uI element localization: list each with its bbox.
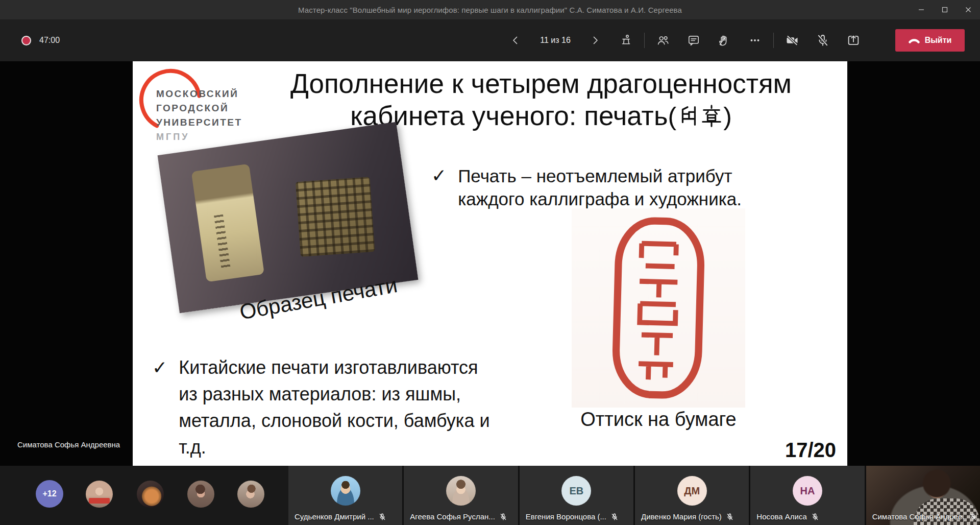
minimize-icon xyxy=(918,7,924,13)
participant-tile[interactable]: НА Носова Алиса xyxy=(750,466,864,525)
participant-avatar[interactable] xyxy=(237,481,264,508)
tile-label: Агеева Софья Руслан... xyxy=(410,512,507,521)
meeting-timer: 47:00 xyxy=(39,36,60,45)
participants-strip: +12 Судьенков Дмитрий ... Агеева Софья Р… xyxy=(0,466,980,525)
mic-off-icon xyxy=(816,33,830,47)
red-seal-imprint-icon xyxy=(607,215,709,401)
camera-off-icon xyxy=(785,33,799,47)
presenter-name-label: Симатова Софья Андреевна xyxy=(17,440,120,449)
close-button[interactable] xyxy=(957,0,980,19)
tile-label: Симатова Софья Андрее... xyxy=(872,512,977,521)
avatar xyxy=(446,476,476,506)
participant-tile[interactable]: Агеева Софья Руслан... xyxy=(404,466,518,525)
raised-hand-icon xyxy=(718,34,731,47)
presentation-stage: Симатова Софья Андреевна МОСКОВСКИЙ ГОРО… xyxy=(0,61,980,466)
chevron-left-icon xyxy=(509,34,522,46)
window-title: Мастер-класс "Волшебный мир иероглифов: … xyxy=(298,6,682,14)
share-screen-icon xyxy=(846,33,861,47)
slide-title-line-2-text: кабинета ученого: печать xyxy=(350,101,668,131)
seal-imprint-image xyxy=(572,208,745,408)
paren-close: ) xyxy=(723,102,732,131)
participant-name: Дивенко Мария (гость) xyxy=(641,512,722,521)
participant-avatar[interactable] xyxy=(187,481,214,508)
participant-tiles: Судьенков Дмитрий ... Агеева Софья Русла… xyxy=(288,466,980,525)
teams-meeting-window: Мастер-класс "Волшебный мир иероглифов: … xyxy=(0,0,980,525)
meeting-toolbar: 47:00 11 из 16 xyxy=(0,19,980,61)
logo-line-1: МОСКОВСКИЙ xyxy=(156,87,242,101)
imprint-caption: Оттиск на бумаге xyxy=(572,409,745,431)
avatar-initials: ДМ xyxy=(677,476,707,506)
participant-avatar[interactable] xyxy=(86,481,113,508)
next-slide-button[interactable] xyxy=(580,26,610,55)
participant-avatar[interactable] xyxy=(137,481,164,508)
logo-text: МОСКОВСКИЙ ГОРОДСКОЙ УНИВЕРСИТЕТ МГПУ xyxy=(156,87,242,144)
minimize-button[interactable] xyxy=(910,0,933,19)
raise-hand-button[interactable] xyxy=(709,26,740,55)
slide-page-number: 17/20 xyxy=(785,439,836,462)
toolbar-separator xyxy=(773,33,774,48)
presenter-badge xyxy=(89,498,110,504)
paren-open: ( xyxy=(668,102,677,131)
maximize-button[interactable] xyxy=(933,0,957,19)
presenter-mode-button[interactable] xyxy=(610,26,641,55)
chevron-right-icon xyxy=(589,34,601,46)
checkmark-icon: ✓ xyxy=(431,164,447,210)
more-options-button[interactable] xyxy=(740,26,770,55)
slide-title: Дополнение к четырем драгоценностям каби… xyxy=(242,67,840,133)
bullet-text: Китайские печати изготавливаются из разн… xyxy=(179,354,500,461)
cjk-character-zhang-icon xyxy=(700,104,723,128)
mic-muted-icon xyxy=(969,513,977,521)
participant-video-tile[interactable]: Симатова Софья Андрее... xyxy=(866,466,980,525)
toolbar-separator xyxy=(644,33,645,48)
chat-icon xyxy=(687,34,700,47)
people-icon xyxy=(656,34,670,47)
participant-name: Агеева Софья Руслан... xyxy=(410,512,495,521)
cjk-character-yin-icon xyxy=(676,104,700,128)
carved-seal-stone xyxy=(191,163,264,282)
participant-tile[interactable]: Судьенков Дмитрий ... xyxy=(288,466,402,525)
bullet-seal-attribute: ✓ Печать – неотъемлемый атрибут каждого … xyxy=(431,164,789,210)
camera-toggle-button[interactable] xyxy=(777,26,807,55)
logo-line-2: ГОРОДСКОЙ xyxy=(156,101,242,115)
show-participants-button[interactable] xyxy=(648,26,678,55)
maximize-icon xyxy=(942,7,948,13)
mic-muted-icon xyxy=(726,513,734,521)
show-chat-button[interactable] xyxy=(678,26,709,55)
slide-title-line-1: Дополнение к четырем драгоценностям xyxy=(242,67,840,100)
leave-button-label: Выйти xyxy=(925,36,952,45)
participant-name: Судьенков Дмитрий ... xyxy=(295,512,374,521)
participant-tile[interactable]: ДМ Дивенко Мария (гость) xyxy=(635,466,749,525)
tile-label: Дивенко Мария (гость) xyxy=(641,512,734,521)
checkmark-icon: ✓ xyxy=(152,354,167,461)
bullet-text: Печать – неотъемлемый атрибут каждого ка… xyxy=(458,164,785,210)
window-controls xyxy=(910,0,980,19)
logo-line-4: МГПУ xyxy=(156,130,242,144)
tile-label: Судьенков Дмитрий ... xyxy=(295,512,386,521)
mic-muted-icon xyxy=(811,513,819,521)
microphone-toggle-button[interactable] xyxy=(807,26,838,55)
leave-meeting-button[interactable]: Выйти xyxy=(895,29,965,52)
share-screen-button[interactable] xyxy=(838,26,869,55)
participant-name: Носова Алиса xyxy=(756,512,806,521)
avatar xyxy=(331,476,360,506)
tile-label: Евгения Воронцова (... xyxy=(526,512,619,521)
more-participants-badge[interactable]: +12 xyxy=(36,480,63,508)
toolbar-center-controls: 11 из 16 xyxy=(500,19,869,61)
tile-label: Носова Алиса xyxy=(756,512,819,521)
seal-face-stamp xyxy=(296,177,375,256)
previous-slide-button[interactable] xyxy=(500,26,531,55)
mic-muted-icon xyxy=(378,513,386,521)
hang-up-icon xyxy=(909,36,920,44)
recording-dot-icon xyxy=(21,36,31,45)
presenter-podium-icon xyxy=(619,34,632,47)
mic-muted-icon xyxy=(499,513,507,521)
participant-name: Симатова Софья Андрее... xyxy=(872,512,965,521)
bullet-seal-materials: ✓ Китайские печати изготавливаются из ра… xyxy=(152,354,509,461)
recording-indicator[interactable]: 47:00 xyxy=(21,19,60,61)
video-feed xyxy=(914,498,980,525)
slide-title-line-2: кабинета ученого: печать() xyxy=(242,100,840,133)
overflow-avatars: +12 xyxy=(0,466,288,525)
presentation-slide: МОСКОВСКИЙ ГОРОДСКОЙ УНИВЕРСИТЕТ МГПУ До… xyxy=(133,61,847,466)
participant-tile[interactable]: ЕВ Евгения Воронцова (... xyxy=(520,466,633,525)
avatar-initials: ЕВ xyxy=(561,476,591,506)
